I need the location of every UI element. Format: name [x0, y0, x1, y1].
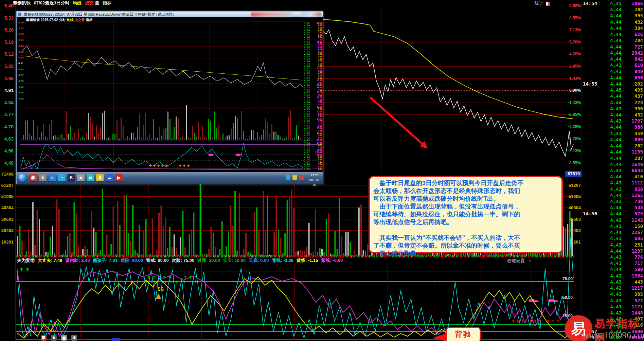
grid-vline-dotted: [248, 263, 248, 340]
bottom-app-icon[interactable]: ✱: [71, 335, 77, 341]
tick-row: 14:554.44202: [582, 81, 644, 87]
percent-axis-label: -1.43%: [564, 100, 581, 105]
tick-price: 4.43: [605, 242, 622, 248]
tick-row: 4.43717: [582, 261, 644, 267]
taskbar-app-icon[interactable]: 五: [39, 174, 47, 181]
indicator-param: 贤内助: 2.40: [65, 258, 90, 263]
ma-legend[interactable]: 均线: [73, 0, 82, 5]
stats-button[interactable]: 统计: [535, 0, 550, 6]
tick-row: 4.431171: [582, 304, 644, 310]
inner-window-icon: [18, 13, 21, 16]
tick-volume: 949: [622, 69, 643, 74]
tick-row: 4.44899: [582, 137, 644, 143]
tick-price: 4.43: [605, 273, 622, 279]
tick-volume: 1066: [622, 1, 643, 6]
price-axis-label: 4.63: [0, 136, 14, 142]
tick-price: 4.44: [605, 93, 622, 99]
tick-row: 4.442042: [582, 50, 644, 56]
tick-list[interactable]: 14:544.4510664.442024.443954.444324.4438…: [582, 0, 644, 341]
price-axis-label: 4.91: [0, 88, 14, 93]
inner-taskbar[interactable]: 攀五e◔K◙≋S☁▶ 22:26 2015-07-09: [17, 172, 323, 184]
inner-price-axis-label: 5.33: [18, 27, 24, 30]
tick-volume: 1448: [622, 310, 643, 316]
percent-axis-label: 1.43%: [564, 76, 581, 81]
right-click-settings[interactable]: 右键设置 ×: [507, 258, 531, 264]
annotation-arrow: [370, 97, 428, 149]
taskbar-app-icon[interactable]: K: [68, 174, 75, 181]
tray-audio-icon[interactable]: [292, 175, 297, 180]
inner-window-controls[interactable]: [301, 12, 321, 17]
buy-arrow-marker: ↑: [168, 275, 172, 280]
tick-row: 4.43251: [582, 242, 644, 248]
tick-volume: 599: [622, 267, 643, 272]
tick-price: 4.44: [605, 50, 622, 56]
price-axis-label: 5.12: [0, 51, 14, 57]
indicator-legend[interactable]: 指标: [103, 0, 111, 5]
price-axis-label: 5.33: [0, 15, 14, 21]
stock-name: 攀钢钒钛: [13, 0, 31, 5]
inner-diamond-marker: ◆: [157, 164, 160, 167]
grid-vline-dotted: [341, 263, 341, 340]
tick-row: 4.44395: [582, 13, 644, 19]
taskbar-app-icon[interactable]: e: [49, 174, 56, 181]
tick-volume: 1649: [622, 162, 643, 167]
taskbar-app-icon[interactable]: ▶: [115, 174, 123, 181]
taskbar-app-icon[interactable]: ◙: [77, 174, 85, 181]
taskbar-app-icon[interactable]: S: [96, 174, 104, 181]
inner-window-title: 攀钢钒钛(000629) 2015年07月02日 星期四 PageUp/Down…: [24, 12, 174, 16]
tick-row: 4.431384: [582, 273, 644, 279]
bottom-app-icon[interactable]: 五: [51, 335, 57, 341]
tick-row: 4.43350: [582, 106, 644, 112]
divergence-label: 背驰: [446, 327, 481, 341]
inner-diamond-marker: ◆: [187, 164, 190, 167]
tick-volume: 432: [622, 19, 643, 25]
volume-legend[interactable]: 成交: [85, 0, 94, 5]
inner-price-axis-label: 5.26: [18, 33, 24, 36]
taskbar-app-icon[interactable]: ◔: [58, 174, 66, 181]
start-button[interactable]: [18, 174, 27, 182]
volume-axis-label: 40804: [566, 205, 581, 210]
volume-axis-label: 51005: [566, 194, 581, 199]
tick-price: 4.43: [605, 168, 622, 173]
red-arrow-marker: ↑: [533, 319, 537, 324]
tick-row: 4.421217: [582, 285, 644, 291]
tick-price: 4.45: [605, 87, 622, 93]
grid-hline: [15, 6, 574, 6]
indicator-yellow-line: [17, 277, 573, 338]
tick-volume: 1112: [622, 180, 643, 185]
grid-vline: [294, 263, 295, 340]
embedded-screenshot-window: 攀钢钒钛(000629) 2015年07月02日 星期四 PageUp/Down…: [16, 11, 323, 184]
tick-price: 4.44: [605, 124, 622, 130]
tick-volume: 2042: [622, 50, 643, 56]
inner-price-axis-label: 4.98: [18, 56, 24, 59]
tick-row: 4.44432: [582, 112, 644, 118]
indicator-params-line: 夫为妻纲大丈夫: 7.49贤内助: 2.40熊孩子: 7.01危险: 90.00…: [17, 257, 503, 263]
taskbar-app-icon[interactable]: ≋: [87, 174, 94, 181]
bottom-app-icon[interactable]: ▣: [61, 335, 67, 341]
buy-arrow-marker: ↑: [152, 275, 156, 280]
tick-volume: 1797: [622, 118, 643, 124]
tray-security-icon[interactable]: [299, 175, 304, 180]
tray-network-icon[interactable]: [286, 175, 290, 180]
red-arrow-marker: ↑: [538, 319, 542, 324]
price-axis-label: 5.19: [0, 39, 14, 45]
grid-vline: [80, 174, 81, 256]
tick-volume: 416: [622, 174, 643, 179]
taskbar-clock[interactable]: 22:26 2015-07-09: [307, 173, 322, 187]
inner-price-axis-label: 4.63: [18, 85, 24, 88]
taskbar-app-icon[interactable]: 攀: [30, 174, 37, 181]
bottom-app-icon[interactable]: 攀: [41, 335, 47, 341]
inner-chart-date: 2015-07-02: [41, 18, 58, 22]
tick-row: 4.43739: [582, 199, 644, 205]
volume-axis-label: 20402: [566, 228, 581, 233]
tick-volume: 656: [622, 75, 643, 80]
volume-axis-label: 30603: [0, 217, 14, 222]
taskbar-app-icon[interactable]: ☁: [106, 174, 113, 181]
inner-price-axis-label: 5.19: [18, 39, 24, 42]
close-icon[interactable]: ×: [529, 258, 532, 263]
indicator-param: 安全: 10.00: [223, 258, 246, 263]
tick-row: 4.431143: [582, 217, 644, 223]
percent-axis-label: -4.28%: [564, 124, 581, 129]
inner-diamond-marker: ◆: [179, 164, 181, 167]
tick-row: 4.43443: [582, 279, 644, 285]
